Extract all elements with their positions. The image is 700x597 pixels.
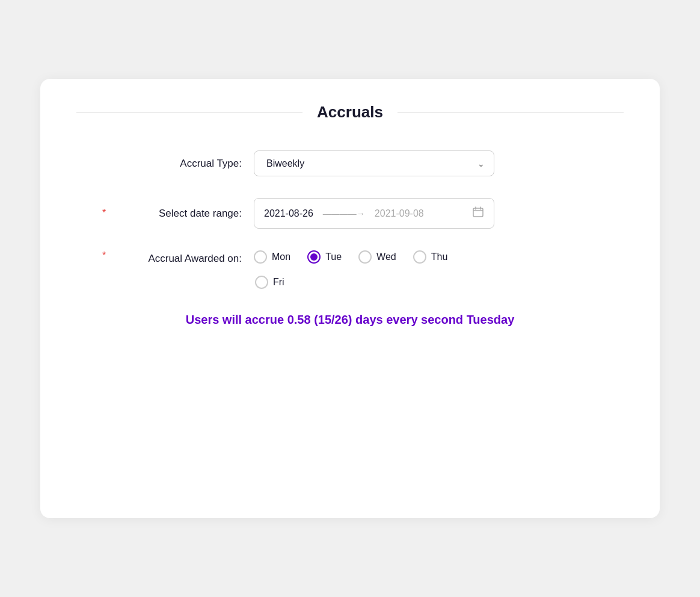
radio-option-fri[interactable]: Fri (255, 276, 284, 289)
radio-option-tue[interactable]: Tue (307, 250, 342, 264)
radio-fri[interactable] (255, 276, 268, 289)
radio-thu[interactable] (413, 250, 426, 264)
radio-label-fri: Fri (273, 277, 284, 288)
accrual-type-row: Accrual Type: Weekly Biweekly Monthly Tw… (109, 150, 591, 176)
date-start: 2021-08-26 (264, 208, 313, 219)
calendar-icon (472, 206, 484, 221)
required-star-2: * (102, 250, 106, 261)
accruals-form: Accrual Type: Weekly Biweekly Monthly Tw… (109, 150, 591, 289)
card-title-row: Accruals (76, 103, 624, 122)
accrual-awarded-row: * Accrual Awarded on: Mon Tue (109, 250, 591, 289)
svg-rect-0 (473, 208, 483, 217)
accrual-message: Users will accrue 0.58 (15/26) days ever… (76, 301, 624, 339)
title-line-right (398, 112, 624, 113)
radio-mon[interactable] (254, 250, 267, 264)
date-range-input[interactable]: 2021-08-26 ————→ 2021-09-08 (254, 198, 494, 229)
accrual-type-select[interactable]: Weekly Biweekly Monthly Twice Monthly (254, 150, 494, 176)
radio-label-tue: Tue (325, 252, 342, 262)
radio-option-thu[interactable]: Thu (413, 250, 448, 264)
accrual-type-select-wrapper: Weekly Biweekly Monthly Twice Monthly ⌄ (254, 150, 494, 176)
radio-label-wed: Wed (376, 252, 396, 262)
radio-label-thu: Thu (431, 252, 448, 262)
date-end: 2021-09-08 (375, 208, 467, 219)
accruals-card: Accruals Accrual Type: Weekly Biweekly M… (40, 79, 660, 518)
day-radio-group: Mon Tue Wed Thu (254, 250, 478, 289)
accrual-awarded-label: * Accrual Awarded on: (109, 250, 242, 265)
radio-tue[interactable] (307, 250, 321, 264)
radio-inner-tue (310, 253, 318, 261)
date-range-row: * Select date range: 2021-08-26 ————→ 20… (109, 198, 591, 229)
radio-option-wed[interactable]: Wed (358, 250, 396, 264)
radio-label-mon: Mon (272, 252, 290, 262)
radio-row-weekdays: Mon Tue Wed Thu (254, 250, 478, 264)
date-arrow-icon: ————→ (323, 209, 365, 218)
required-star: * (102, 208, 106, 218)
accrual-type-label: Accrual Type: (109, 158, 242, 170)
radio-row-fri: Fri (254, 276, 284, 289)
title-line-left (76, 112, 302, 113)
radio-wed[interactable] (358, 250, 372, 264)
radio-option-mon[interactable]: Mon (254, 250, 290, 264)
page-title: Accruals (302, 103, 398, 122)
date-range-label: * Select date range: (109, 208, 242, 220)
